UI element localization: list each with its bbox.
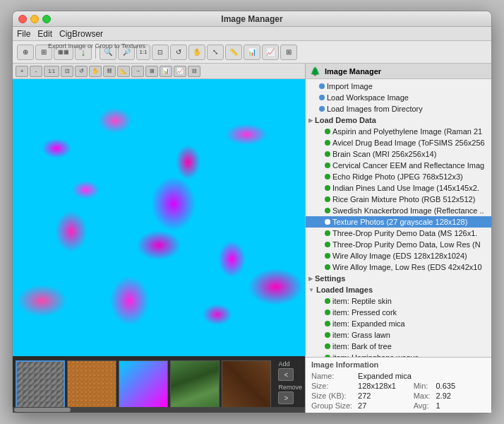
tree-avicel[interactable]: Avicel Drug Bead Image (ToFSIMS 256x256	[306, 137, 491, 148]
cervical-label: Cervical Cancer EEM and Reflectance Imag	[332, 161, 484, 170]
menu-cigbrowser[interactable]: CigBrowser	[59, 29, 103, 39]
minimize-button[interactable]	[30, 15, 39, 23]
rotate-btn[interactable]: ↺	[170, 45, 187, 60]
tree-brain[interactable]: Brain Scan (MRI 256x256x14)	[306, 148, 491, 160]
tree-view[interactable]: Import Image Load Workspace Image Load I…	[306, 79, 491, 357]
menu-file[interactable]: File	[17, 29, 30, 39]
info-grid: Name: Expanded mica Size: 128x128x1 Min:…	[311, 372, 486, 410]
titlebar: Image Manager	[13, 11, 491, 27]
thumbnail-cork[interactable]	[67, 360, 116, 408]
tree-grass[interactable]: item: Grass lawn	[306, 329, 491, 341]
zoom-out-view-btn[interactable]: -	[30, 66, 42, 77]
select-view-btn[interactable]: ✋	[89, 66, 102, 77]
tree-reptile[interactable]: item: Reptile skin	[306, 295, 491, 307]
zoom-button[interactable]	[42, 15, 51, 23]
zoom-100-view-btn[interactable]: 1:1	[44, 66, 59, 77]
mica-bullet	[325, 321, 330, 326]
group-size-value: 27	[358, 401, 408, 410]
histogram-view-btn[interactable]: 📊	[160, 66, 172, 77]
toolbar-down-arrow[interactable]: ↓	[75, 45, 92, 60]
bar-chart-btn[interactable]: 📈	[262, 45, 279, 60]
link-view-btn[interactable]: ⛓	[103, 66, 116, 77]
brain-label: Brain Scan (MRI 256x256x14)	[332, 150, 436, 158]
channels-view-btn[interactable]: ⊞	[145, 66, 158, 77]
thumbnail-reptile[interactable]	[16, 360, 65, 408]
toolbar-icon-1[interactable]: ⊕	[17, 45, 34, 60]
right-panel: 🌲 Image Manager Import Image Load Worksp…	[306, 64, 491, 413]
echo-label: Echo Ridge Photo (JPEG 768x512x3)	[332, 172, 463, 181]
add-thumbnail-btn[interactable]: <	[278, 368, 294, 381]
main-window: Image Manager File Edit CigBrowser ⊕ ⊞ ▦…	[12, 11, 492, 413]
tree-import[interactable]: Import Image	[306, 81, 491, 92]
tree-rice[interactable]: Rice Grain Mixture Photo (RGB 512x512)	[306, 194, 491, 205]
chart-view-btn[interactable]: 📈	[174, 66, 186, 77]
toolbar-icon-2[interactable]: ⊞	[35, 45, 52, 60]
name-label: Name:	[311, 372, 352, 380]
name-value: Expanded mica	[358, 372, 486, 380]
remove-thumbnail-btn[interactable]: >	[278, 391, 294, 404]
tree-indian[interactable]: Indian Pines Land Use Image (145x145x2.	[306, 182, 491, 194]
thumbnail-scrollbar-thumb[interactable]	[14, 408, 71, 412]
three-drop-bullet	[325, 230, 330, 236]
tree-load-workspace[interactable]: Load Workspace Image	[306, 92, 491, 103]
avicel-bullet	[325, 140, 330, 146]
tree-bark[interactable]: item: Bark of tree	[306, 341, 491, 352]
min-value: 0.635	[436, 382, 486, 390]
max-label: Max:	[414, 391, 431, 400]
tree-wire-alloy[interactable]: Wire Alloy Image (EDS 128x128x1024)	[306, 250, 491, 261]
grid-btn[interactable]: ⊞	[280, 45, 297, 60]
tree-three-drop[interactable]: Three-Drop Purity Demo Data (MS 126x1.	[306, 228, 491, 239]
tree-cervical[interactable]: Cervical Cancer EEM and Reflectance Imag	[306, 160, 491, 171]
avg-label: Avg:	[414, 401, 431, 410]
demo-section-label: Load Demo Data	[315, 116, 376, 124]
min-label: Min:	[414, 382, 431, 390]
tree-wire-alloy-low[interactable]: Wire Alloy Image, Low Res (EDS 42x42x10	[306, 261, 491, 273]
thumbnail-scrollbar[interactable]	[13, 407, 305, 413]
fit-view-btn[interactable]: ⊡	[61, 66, 73, 77]
tree-settings-section[interactable]: ▶ Settings	[306, 273, 491, 284]
size-kb-value: 272	[358, 391, 408, 400]
zoom-in-btn[interactable]: 🔍	[100, 45, 116, 60]
rice-bullet	[325, 196, 330, 202]
window-title: Image Manager	[221, 14, 282, 24]
tree-load-dir[interactable]: Load Images from Directory	[306, 103, 491, 114]
zoom-in-view-btn[interactable]: +	[16, 66, 28, 77]
arrow-view-btn[interactable]: →	[131, 66, 144, 77]
tree-mica[interactable]: item: Expanded mica	[306, 318, 491, 329]
settings-triangle: ▶	[308, 276, 313, 282]
tree-aspirin[interactable]: Aspirin and Polyethylene Image (Raman 21	[306, 126, 491, 137]
tree-herringbone[interactable]: item: Herringbone weave	[306, 352, 491, 357]
fit-btn[interactable]: ⊡	[152, 45, 169, 60]
tree-echo[interactable]: Echo Ridge Photo (JPEG 768x512x3)	[306, 171, 491, 182]
thumbnail-mica[interactable]	[119, 360, 168, 408]
menu-edit[interactable]: Edit	[37, 29, 52, 39]
toolbar-icon-3[interactable]: ▦▦	[54, 45, 73, 60]
tree-swedish[interactable]: Swedish Knackerbrod Image (Reflectance .…	[306, 205, 491, 216]
measure-btn[interactable]: 📏	[225, 45, 242, 60]
reptile-label: item: Reptile skin	[332, 297, 392, 305]
close-button[interactable]	[18, 15, 27, 23]
size-value: 128x128x1	[358, 382, 408, 390]
measure-view-btn[interactable]: 📐	[117, 66, 130, 77]
zoom-100-btn[interactable]: 1:1	[136, 45, 150, 60]
pan-view-btn[interactable]: ↺	[75, 66, 88, 77]
tree-loaded-section[interactable]: ▼ Loaded Images	[306, 284, 491, 295]
select-btn[interactable]: ⤡	[207, 45, 224, 60]
wire-alloy-low-bullet	[325, 264, 330, 270]
three-drop-low-bullet	[325, 242, 330, 247]
tree-three-drop-low[interactable]: Three-Drop Purity Demo Data, Low Res (N	[306, 239, 491, 250]
grid-view-btn[interactable]: ⊟	[188, 66, 200, 77]
zoom-out-btn[interactable]: 🔎	[118, 45, 135, 60]
pan-btn[interactable]: ✋	[188, 45, 205, 60]
left-panel: + - 1:1 ⊡ ↺ ✋ ⛓ 📐 → ⊞ 📊 📈 ⊟	[13, 64, 306, 413]
tree-texture[interactable]: Texture Photos (27 grayscale 128x128)	[306, 216, 491, 228]
info-title: Image Information	[311, 360, 486, 369]
tree-cork[interactable]: item: Pressed cork	[306, 307, 491, 318]
cork-label: item: Pressed cork	[332, 308, 397, 317]
histogram-btn[interactable]: 📊	[244, 45, 260, 60]
indian-label: Indian Pines Land Use Image (145x145x2.	[332, 184, 479, 192]
tree-demo-section[interactable]: ▶ Load Demo Data	[306, 114, 491, 126]
thumbnail-grass[interactable]	[170, 360, 220, 408]
thumbnail-bark[interactable]	[222, 360, 271, 408]
aspirin-bullet	[325, 129, 330, 134]
